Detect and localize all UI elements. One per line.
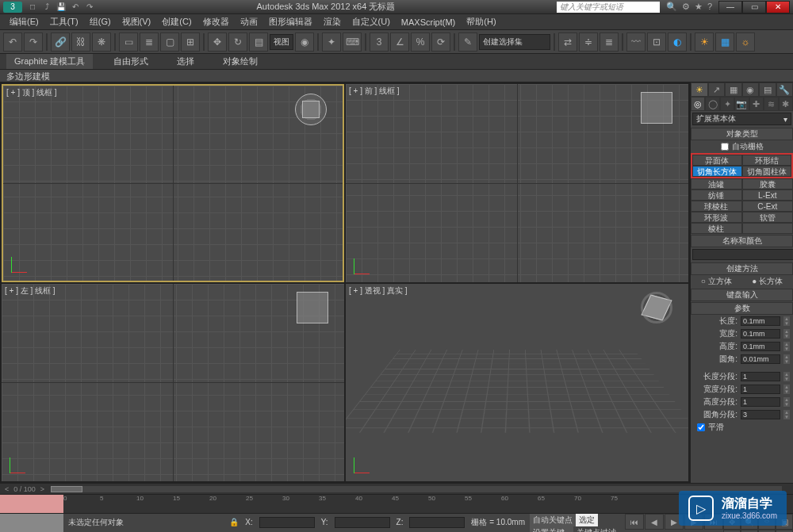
save-icon[interactable]: 💾 xyxy=(56,2,67,13)
viewport-label-top[interactable]: [ + ] 顶 ] 线框 ] xyxy=(6,87,57,98)
viewport-front[interactable]: [ + ] 前 ] 线框 ] xyxy=(346,84,688,282)
manipulate-button[interactable]: ✦ xyxy=(322,33,341,52)
parameters-rollout[interactable]: 参数 xyxy=(691,302,793,315)
viewport-perspective[interactable]: [ + ] 透视 ] 真实 ] xyxy=(346,284,688,482)
width-spinner[interactable]: 0.1mm xyxy=(741,329,780,339)
angle-snap-button[interactable]: ∠ xyxy=(390,33,409,52)
menu-edit[interactable]: 编辑(E) xyxy=(5,14,44,29)
window-crossing-button[interactable]: ⊞ xyxy=(181,33,200,52)
smooth-checkbox[interactable]: 平滑 xyxy=(691,421,793,434)
lights-tab-icon[interactable]: ✦ xyxy=(720,97,734,111)
object-type-rollout[interactable]: 对象类型 xyxy=(691,128,793,140)
named-selset-combo[interactable]: 创建选择集 xyxy=(479,34,550,50)
menu-rendering[interactable]: 渲染 xyxy=(319,14,346,29)
systems-tab-icon[interactable]: ✱ xyxy=(779,97,793,111)
new-icon[interactable]: □ xyxy=(27,2,38,13)
viewport-left[interactable]: [ + ] 左 ] 线框 ] xyxy=(2,284,344,482)
redo-button[interactable]: ↷ xyxy=(24,33,43,52)
btn-lext[interactable]: L-Ext xyxy=(742,189,794,201)
arrow-icon[interactable]: ↗ xyxy=(708,82,726,97)
track-bar[interactable]: 0 5 10 15 20 25 30 35 40 45 50 55 60 65 … xyxy=(0,494,793,513)
lsegs-spinner[interactable]: 1 xyxy=(741,372,780,381)
polymodel-panel[interactable]: 多边形建模 xyxy=(0,70,793,82)
select-region-button[interactable]: ▢ xyxy=(160,33,179,52)
viewport-label-left[interactable]: [ + ] 左 ] 线框 ] xyxy=(5,285,56,297)
time-slider[interactable]: < 0 / 100 > xyxy=(0,483,793,494)
grid-icon[interactable]: ▦ xyxy=(725,82,742,97)
autokey-button[interactable]: 自动关键点 xyxy=(530,514,576,526)
minimize-button[interactable]: — xyxy=(718,1,742,13)
radio-cube[interactable]: ○ 立方体 xyxy=(701,276,732,287)
named-selset-edit-button[interactable]: ✎ xyxy=(458,33,477,52)
menu-help[interactable]: 帮助(H) xyxy=(462,14,500,29)
viewport-top[interactable]: [ + ] 顶 ] 线框 ] xyxy=(2,84,344,282)
close-button[interactable]: ✕ xyxy=(766,1,790,13)
undo-icon[interactable]: ↶ xyxy=(70,2,81,13)
select-rotate-button[interactable]: ↻ xyxy=(228,33,247,52)
autogrid-checkbox[interactable]: 自动栅格 xyxy=(691,140,793,153)
category-dropdown[interactable]: 扩展基本体▾ xyxy=(692,113,791,125)
select-move-button[interactable]: ✥ xyxy=(208,33,227,52)
shapes-tab-icon[interactable]: ◯ xyxy=(705,97,719,111)
btn-oiltank[interactable]: 油罐 xyxy=(691,178,742,189)
btn-cext[interactable]: C-Ext xyxy=(742,201,794,212)
select-object-button[interactable]: ▭ xyxy=(119,33,138,52)
render-setup-button[interactable]: ☀ xyxy=(695,33,714,52)
menu-customize[interactable]: 自定义(U) xyxy=(347,14,395,29)
bind-spacewarp-button[interactable]: ❋ xyxy=(92,33,111,52)
create-method-rollout[interactable]: 创建方法 xyxy=(691,262,793,275)
snap-toggle-button[interactable]: 3 xyxy=(370,33,389,52)
object-name-input[interactable] xyxy=(692,249,793,260)
btn-capsule[interactable]: 胶囊 xyxy=(742,178,794,189)
goto-start-icon[interactable]: ⏮ xyxy=(625,514,644,530)
setkey-button[interactable]: 设置关键点 xyxy=(530,526,573,532)
material-editor-button[interactable]: ◐ xyxy=(668,33,687,52)
wsegs-spinner[interactable]: 1 xyxy=(741,385,780,394)
prev-frame-icon[interactable]: ◀ xyxy=(645,514,664,530)
btn-hedra[interactable]: 异面体 xyxy=(692,155,742,166)
menu-create[interactable]: 创建(C) xyxy=(157,14,196,29)
layers-button[interactable]: ≣ xyxy=(600,33,619,52)
spinner-snap-button[interactable]: ⟳ xyxy=(431,33,450,52)
select-name-button[interactable]: ≣ xyxy=(140,33,159,52)
btn-hose[interactable]: 软管 xyxy=(742,212,794,223)
spacewarps-tab-icon[interactable]: ≋ xyxy=(764,97,778,111)
graphite-tab-selection[interactable]: 选择 xyxy=(169,54,202,69)
percent-snap-button[interactable]: % xyxy=(411,33,430,52)
height-spinner[interactable]: 0.1mm xyxy=(741,342,780,351)
refcoord-combo[interactable]: 视图 xyxy=(270,34,293,50)
render-button[interactable]: ☼ xyxy=(736,33,755,52)
mirror-button[interactable]: ⇄ xyxy=(558,33,577,52)
y-coord-input[interactable] xyxy=(335,517,390,528)
script-listener[interactable] xyxy=(0,514,63,532)
menu-tools[interactable]: 工具(T) xyxy=(45,14,83,29)
fillet-spinner[interactable]: 0.01mm xyxy=(741,354,780,364)
open-icon[interactable]: ⤴ xyxy=(41,2,52,13)
helpers-tab-icon[interactable]: ✚ xyxy=(749,97,764,111)
radio-box[interactable]: ● 长方体 xyxy=(752,276,783,287)
selected-label[interactable]: 选定 xyxy=(576,514,598,526)
sun-icon[interactable]: ☀ xyxy=(691,82,708,97)
graphite-tab-objectpaint[interactable]: 对象绘制 xyxy=(215,54,266,69)
help-icon[interactable]: ? xyxy=(707,2,712,12)
viewcube-top[interactable] xyxy=(295,94,327,125)
btn-torus-knot[interactable]: 环形结 xyxy=(742,155,792,166)
help-search-input[interactable]: 键入关键字或短语 xyxy=(557,2,660,13)
select-scale-button[interactable]: ▤ xyxy=(249,33,268,52)
keyfilter-button[interactable]: 关键点过滤器 xyxy=(573,526,625,532)
undo-button[interactable]: ↶ xyxy=(3,33,22,52)
favorite-icon[interactable]: ★ xyxy=(695,2,703,12)
btn-ringwave[interactable]: 环形波 xyxy=(691,212,742,223)
keyboard-shortcut-button[interactable]: ⌨ xyxy=(343,33,362,52)
fsegs-spinner[interactable]: 3 xyxy=(741,410,780,419)
btn-chamferbox[interactable]: 切角长方体 xyxy=(692,166,742,177)
btn-chamfercyl[interactable]: 切角圆柱体 xyxy=(742,166,792,177)
menu-maxscript[interactable]: MAXScript(M) xyxy=(396,16,460,29)
z-coord-input[interactable] xyxy=(409,517,465,528)
menu-group[interactable]: 组(G) xyxy=(85,14,116,29)
anim-icon[interactable]: ◉ xyxy=(742,82,760,97)
menu-grapheditors[interactable]: 图形编辑器 xyxy=(264,14,317,29)
graphite-tab-tools[interactable]: Graphite 建模工具 xyxy=(6,54,93,69)
unlink-button[interactable]: ⛓ xyxy=(71,33,90,52)
name-color-rollout[interactable]: 名称和颜色 xyxy=(691,235,793,247)
